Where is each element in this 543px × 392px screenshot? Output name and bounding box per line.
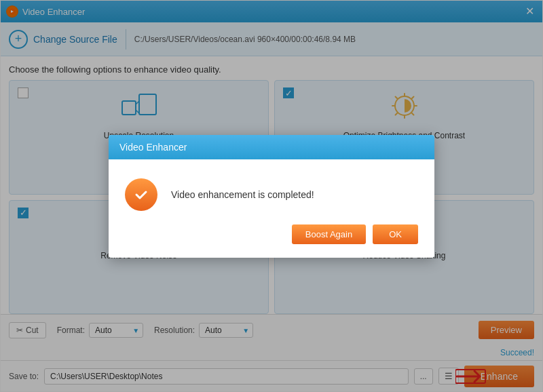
modal-header: Video Enhancer: [109, 135, 434, 159]
success-icon: [125, 178, 157, 211]
ok-button[interactable]: OK: [373, 224, 418, 244]
modal-body: Video enhancement is completed!: [109, 159, 434, 224]
modal-overlay: Video Enhancer Video enhancement is comp…: [1, 1, 542, 391]
modal-title: Video Enhancer: [119, 142, 187, 153]
modal-footer: Boost Again OK: [109, 224, 434, 258]
modal-message: Video enhancement is completed!: [171, 189, 314, 200]
modal-dialog: Video Enhancer Video enhancement is comp…: [109, 135, 434, 258]
boost-again-button[interactable]: Boost Again: [292, 224, 366, 244]
main-window: Video Enhancer ✕ + Change Source File C:…: [0, 0, 543, 392]
